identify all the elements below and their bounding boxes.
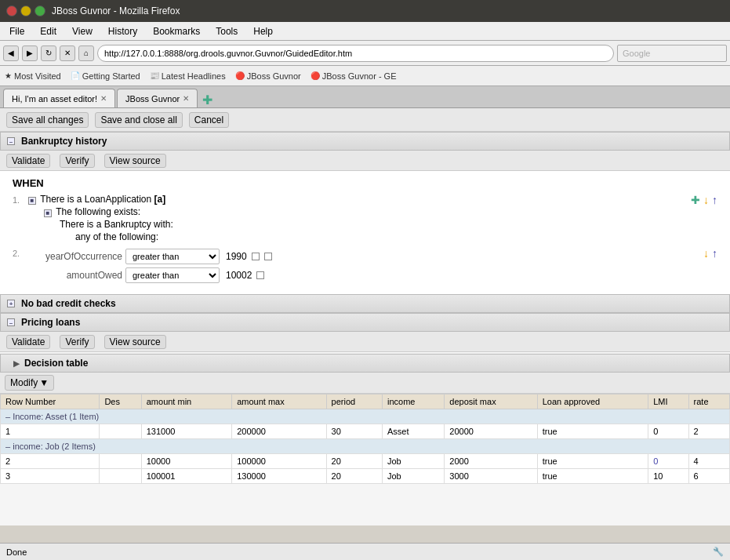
group-asset-expand[interactable]: – bbox=[5, 412, 13, 421]
title-bar: JBoss Guvnor - Mozilla Firefox bbox=[0, 0, 730, 22]
year-value: 1990 bbox=[226, 251, 247, 262]
search-placeholder: Google bbox=[623, 49, 650, 58]
minimize-button[interactable] bbox=[20, 5, 31, 16]
rule-num-1: 1. bbox=[13, 194, 28, 205]
expand-no-bad-credit-icon[interactable]: + bbox=[7, 300, 15, 307]
save-all-button[interactable]: Save all changes bbox=[6, 112, 89, 128]
amount-operator-select[interactable]: greater than bbox=[125, 267, 220, 283]
bookmark-getting-started[interactable]: 📄 Getting Started bbox=[71, 71, 140, 81]
collapse-rule1-icon[interactable]: ■ bbox=[28, 197, 36, 205]
bookmark-most-visited[interactable]: ★ Most Visited bbox=[5, 71, 61, 81]
add-tab-button[interactable]: ✚ bbox=[202, 93, 212, 107]
modify-button[interactable]: Modify ▼ bbox=[5, 375, 54, 391]
menu-view[interactable]: View bbox=[66, 24, 99, 38]
cell-row-3-num: 3 bbox=[1, 469, 100, 484]
year-checkbox[interactable] bbox=[252, 253, 260, 260]
pricing-sub-toolbar: Validate Verify View source bbox=[0, 332, 730, 352]
bookmark-icon-3: 🔴 bbox=[235, 71, 245, 80]
collapse-bankruptcy-icon[interactable]: – bbox=[7, 137, 15, 145]
cell-row-2-lmi: 0 bbox=[648, 454, 688, 469]
move-down-icon-1[interactable]: ↓ bbox=[703, 194, 709, 206]
group-header-job: – income: Job (2 Items) bbox=[1, 439, 730, 454]
validate-button-pricing[interactable]: Validate bbox=[6, 335, 50, 349]
move-up-icon-1[interactable]: ↑ bbox=[712, 194, 717, 206]
expand-decision-icon[interactable]: ▶ bbox=[13, 359, 20, 368]
rule-row-2: 2. yearOfOccurrence greater than 1990 am… bbox=[13, 247, 717, 285]
cell-row-1-income: Asset bbox=[382, 424, 444, 439]
collapse-pricing-icon[interactable]: – bbox=[7, 318, 15, 326]
pricing-loans-header[interactable]: – Pricing loans bbox=[0, 313, 730, 332]
decision-table-title: Decision table bbox=[24, 358, 88, 369]
bookmark-label-1: Getting Started bbox=[82, 71, 140, 81]
address-bar[interactable]: http://127.0.0.1:8888/org.drools.guvnor.… bbox=[97, 45, 614, 62]
window-controls[interactable] bbox=[6, 5, 45, 16]
verify-button-pricing[interactable]: Verify bbox=[60, 335, 94, 349]
col-lmi: LMI bbox=[648, 395, 688, 409]
tab-close-0[interactable]: ✕ bbox=[100, 94, 107, 103]
decision-table-section: ▶ Decision table Modify ▼ Row Number Des… bbox=[0, 354, 730, 484]
cell-row-2-period: 20 bbox=[326, 454, 382, 469]
search-bar[interactable]: Google bbox=[617, 45, 727, 62]
collapse-sub-icon[interactable]: ■ bbox=[44, 209, 52, 217]
rule-actions-1: ✚ ↓ ↑ bbox=[691, 194, 717, 206]
tab-asset-editor[interactable]: Hi, I'm an asset editor! ✕ bbox=[3, 89, 115, 107]
back-button[interactable]: ◀ bbox=[3, 45, 19, 61]
cell-row-3-deposit: 3000 bbox=[445, 469, 537, 484]
verify-button-bankruptcy[interactable]: Verify bbox=[60, 154, 94, 168]
view-source-button-pricing[interactable]: View source bbox=[104, 335, 166, 349]
group-job-label: income: Job (2 Items) bbox=[13, 442, 96, 451]
reload-button[interactable]: ↻ bbox=[41, 45, 56, 61]
bookmark-icon-1: 📄 bbox=[71, 71, 80, 80]
menu-tools[interactable]: Tools bbox=[209, 24, 244, 38]
home-button[interactable]: ⌂ bbox=[78, 45, 94, 61]
amount-value: 10002 bbox=[226, 270, 252, 281]
cell-row-1-min: 131000 bbox=[141, 424, 231, 439]
move-up-icon-2[interactable]: ↑ bbox=[712, 247, 717, 260]
decision-table-header[interactable]: ▶ Decision table bbox=[0, 354, 730, 373]
cancel-button[interactable]: Cancel bbox=[189, 112, 229, 128]
year-field-label: yearOfOccurrence bbox=[28, 251, 122, 262]
amount-checkbox[interactable] bbox=[256, 271, 264, 279]
year-operator-select[interactable]: greater than bbox=[125, 249, 220, 264]
view-source-button-bankruptcy[interactable]: View source bbox=[104, 154, 166, 168]
tab-close-1[interactable]: ✕ bbox=[183, 94, 189, 103]
cell-row-1-max: 200000 bbox=[232, 424, 326, 439]
following-exists: ■ The following exists: bbox=[28, 206, 685, 217]
bookmark-jboss[interactable]: 🔴 JBoss Guvnor bbox=[235, 71, 301, 81]
menu-bookmarks[interactable]: Bookmarks bbox=[147, 24, 206, 38]
bankruptcy-section-title: Bankruptcy history bbox=[21, 136, 107, 147]
bankruptcy-section-header[interactable]: – Bankruptcy history bbox=[0, 132, 730, 151]
cell-row-1-approved: true bbox=[537, 424, 648, 439]
bookmark-icon-2: 📰 bbox=[150, 71, 159, 80]
no-bad-credit-header[interactable]: + No bad credit checks bbox=[0, 294, 730, 313]
bookmark-headlines[interactable]: 📰 Latest Headlines bbox=[150, 71, 226, 81]
close-button[interactable] bbox=[6, 5, 17, 16]
forward-button[interactable]: ▶ bbox=[22, 45, 38, 61]
condition-year: yearOfOccurrence greater than 1990 bbox=[28, 247, 697, 266]
add-condition-icon[interactable]: ✚ bbox=[691, 194, 700, 206]
save-close-button[interactable]: Save and close all bbox=[95, 112, 182, 128]
menu-edit[interactable]: Edit bbox=[34, 24, 63, 38]
move-down-icon-2[interactable]: ↓ bbox=[703, 247, 709, 260]
year-checkbox2[interactable] bbox=[264, 253, 272, 260]
col-amount-min: amount min bbox=[141, 395, 231, 409]
modify-dropdown-icon[interactable]: ▼ bbox=[39, 377, 49, 388]
bookmark-jboss-ge[interactable]: 🔴 JBoss Guvnor - GE bbox=[311, 71, 397, 81]
bookmark-label-4: JBoss Guvnor - GE bbox=[322, 71, 397, 81]
cell-row-3-approved: true bbox=[537, 469, 648, 484]
menu-history[interactable]: History bbox=[102, 24, 143, 38]
validate-button-bankruptcy[interactable]: Validate bbox=[6, 154, 50, 168]
rule-num-2: 2. bbox=[13, 247, 28, 258]
condition-amount: amountOwed greater than 10002 bbox=[28, 266, 697, 285]
stop-button[interactable]: ✕ bbox=[60, 45, 75, 61]
menu-file[interactable]: File bbox=[3, 24, 31, 38]
tab-jboss[interactable]: JBoss Guvnor ✕ bbox=[117, 89, 198, 107]
cell-row-1-num: 1 bbox=[1, 424, 100, 439]
col-loan-approved: Loan approved bbox=[537, 395, 648, 409]
group-job-expand[interactable]: – bbox=[5, 442, 13, 451]
menu-help[interactable]: Help bbox=[247, 24, 279, 38]
cell-row-2-des bbox=[100, 454, 141, 469]
maximize-button[interactable] bbox=[35, 5, 45, 16]
cell-row-3-des bbox=[100, 469, 141, 484]
cell-row-2-income: Job bbox=[382, 454, 444, 469]
